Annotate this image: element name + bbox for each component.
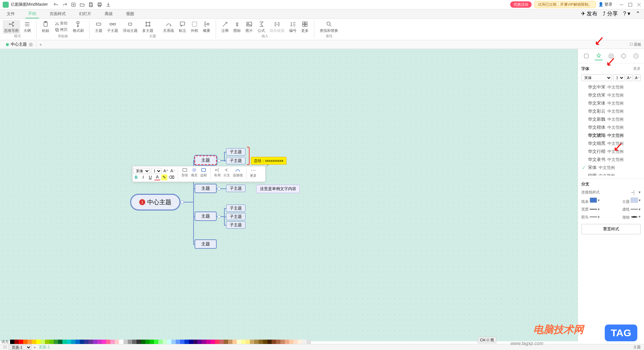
redo-icon[interactable]: [62, 2, 67, 7]
topic-color-select[interactable]: ▾: [631, 197, 641, 203]
font-option[interactable]: 华文新魏中文范例: [581, 115, 641, 123]
paste-button[interactable]: 粘贴: [41, 20, 51, 34]
color-swatch[interactable]: [276, 340, 280, 344]
subtopic-node[interactable]: 子主题: [226, 157, 246, 164]
callout-node[interactable]: 这里是举例文字内容: [256, 185, 300, 193]
bold-button[interactable]: B: [133, 174, 139, 180]
arrow-select[interactable]: ▾: [590, 215, 600, 219]
pages-icon[interactable]: ☐: [3, 345, 7, 349]
color-swatch[interactable]: [97, 340, 102, 344]
summary-node[interactable]: 总结：xxxxxxxxxx: [251, 157, 286, 165]
subtopic-node[interactable]: 子主题: [226, 205, 246, 212]
subtopic-node[interactable]: 子主题: [226, 213, 246, 220]
tab-close-icon[interactable]: [29, 43, 33, 47]
topic-button[interactable]: 主题: [94, 20, 104, 34]
topic-node-3[interactable]: 主题: [195, 212, 217, 221]
number-button[interactable]: 编号: [288, 20, 298, 34]
outline-mode-button[interactable]: 大纲: [22, 20, 32, 34]
bilink-button[interactable]: 双向链接: [268, 20, 286, 34]
color-swatch[interactable]: [102, 340, 106, 344]
color-swatch[interactable]: [193, 340, 198, 344]
save-icon[interactable]: [88, 2, 94, 7]
color-swatch[interactable]: [171, 340, 176, 344]
color-swatch[interactable]: [71, 340, 75, 344]
color-swatch[interactable]: [241, 340, 246, 344]
panel-fontsize-select[interactable]: 18: [613, 74, 625, 81]
color-swatch[interactable]: [202, 340, 206, 344]
font-option[interactable]: 幼圆中文范例: [581, 172, 641, 176]
font-option[interactable]: ✓宋体中文范例: [581, 164, 641, 172]
menu-slideshow[interactable]: 幻灯片: [76, 10, 94, 18]
format-painter-button[interactable]: 格式刷: [71, 20, 85, 34]
increase-font-button[interactable]: A⁺: [626, 74, 633, 81]
color-swatch[interactable]: [80, 340, 84, 344]
icon-button[interactable]: 图标: [232, 20, 242, 34]
panel-toggle[interactable]: ☐ 面板: [630, 42, 641, 47]
color-swatch[interactable]: [58, 340, 62, 344]
collapse-ribbon-icon[interactable]: ⌃: [636, 10, 640, 17]
multi-topic-button[interactable]: 多主题: [141, 20, 155, 34]
central-topic-node[interactable]: 1 中心主题: [130, 194, 180, 211]
close-icon[interactable]: [637, 2, 641, 7]
menu-start[interactable]: 开始: [25, 9, 39, 18]
subtopic-node[interactable]: 子主题: [226, 185, 246, 192]
font-option[interactable]: 华文中宋中文范例: [581, 83, 641, 91]
color-swatch[interactable]: [215, 340, 219, 344]
color-swatch[interactable]: [289, 340, 293, 344]
page-tab[interactable]: 页面-1: [36, 345, 53, 350]
color-swatch[interactable]: [272, 340, 276, 344]
color-swatch[interactable]: [89, 340, 93, 344]
floating-topic-button[interactable]: 浮动主题: [121, 20, 139, 34]
add-tab-button[interactable]: +: [39, 42, 42, 47]
menu-view[interactable]: 视图: [123, 10, 137, 18]
color-swatch[interactable]: [167, 340, 171, 344]
close-toolbar-icon[interactable]: ↗: [266, 164, 269, 168]
maximize-icon[interactable]: [628, 2, 633, 7]
color-swatch[interactable]: [141, 340, 145, 344]
reset-style-button[interactable]: 重置样式: [581, 224, 641, 234]
color-swatch[interactable]: [232, 340, 237, 344]
clear-format-button[interactable]: ⌫: [168, 174, 174, 180]
dash-select[interactable]: ▾: [631, 207, 641, 212]
more-button[interactable]: ⋯更多: [249, 167, 258, 181]
decrease-font-button[interactable]: A⁻: [634, 74, 641, 81]
color-swatch[interactable]: [267, 340, 272, 344]
formula-button[interactable]: 公式: [256, 20, 266, 34]
panel-tab-style[interactable]: [594, 52, 603, 60]
subtopic-node[interactable]: 子主题: [226, 148, 246, 156]
color-swatch[interactable]: [263, 340, 267, 344]
branch-button[interactable]: 分支: [222, 167, 231, 181]
panel-tab-page[interactable]: [582, 52, 591, 60]
color-swatch[interactable]: [10, 340, 14, 344]
font-dropdown-list[interactable]: 华文中宋中文范例华文仿宋中文范例华文宋体中文范例华文彩云中文范例华文新魏中文范例…: [581, 83, 641, 176]
color-swatch[interactable]: [28, 340, 32, 344]
color-swatch[interactable]: [123, 340, 128, 344]
color-swatch[interactable]: [198, 340, 202, 344]
panel-tab-history[interactable]: [632, 52, 640, 60]
share-button[interactable]: ⤴ 分享: [603, 10, 618, 17]
font-option[interactable]: 华文琥珀中文范例: [581, 131, 641, 139]
color-swatch[interactable]: [14, 340, 19, 344]
color-swatch[interactable]: [36, 340, 41, 344]
color-swatch[interactable]: [137, 340, 141, 344]
promo-badge[interactable]: 优惠活动: [510, 1, 532, 8]
color-swatch[interactable]: [298, 340, 302, 344]
font-size-select[interactable]: 18: [151, 168, 162, 174]
color-swatch[interactable]: [119, 340, 123, 344]
color-swatch[interactable]: [254, 340, 259, 344]
color-swatch[interactable]: [154, 340, 158, 344]
copy-button[interactable]: 拷贝: [53, 26, 69, 33]
font-select[interactable]: 宋体: [133, 168, 150, 174]
font-option[interactable]: 华文宋体中文范例: [581, 99, 641, 107]
layout-button[interactable]: 布局: [213, 167, 222, 181]
note-button[interactable]: 注释: [220, 20, 230, 34]
font-option[interactable]: 华文行楷中文范例: [581, 148, 641, 156]
color-swatch[interactable]: [19, 340, 23, 344]
font-option[interactable]: 华文细黑中文范例: [581, 139, 641, 148]
color-swatch[interactable]: [302, 340, 307, 344]
page-select[interactable]: 页面-1: [9, 345, 32, 350]
help-button[interactable]: ? ▾: [623, 10, 630, 17]
color-swatch[interactable]: [110, 340, 115, 344]
font-option[interactable]: 华文楷体中文范例: [581, 123, 641, 131]
more-insert-button[interactable]: 更多: [300, 20, 310, 34]
